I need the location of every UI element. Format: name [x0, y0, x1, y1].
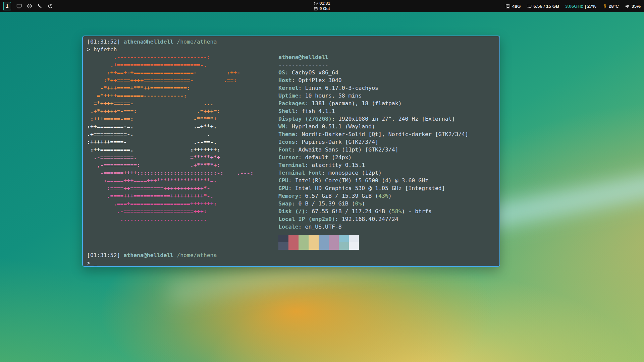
info-line: Local IP (enp2s0): 192.168.40.247/24 — [278, 215, 495, 223]
ascii-line: :++========-=. .=+**+. — [87, 123, 278, 130]
ascii-line: -*+++====+***++===========: — [87, 84, 278, 92]
prompt-line-1: [01:31:52] athena@helldell /home/athena — [87, 38, 495, 46]
ascii-line: .====+++===========++++++++++*-. — [87, 192, 278, 200]
command-text: hyfetch — [90, 46, 117, 53]
ascii-line: .+*+++++=-===: .=+++=: — [87, 107, 278, 115]
memory-module[interactable]: 6.56 / 15 GB — [527, 4, 559, 9]
bar-clock-module[interactable]: 01:31 9 Oct — [314, 0, 330, 12]
ascii-line: =*++++========------------: — [87, 92, 278, 100]
ascii-line: .---------------------------: — [87, 53, 278, 61]
memory-usage: 6.56 / 15 GB — [533, 4, 559, 9]
input-line[interactable]: > _ — [87, 259, 495, 267]
palette-swatch — [299, 242, 309, 250]
monitor-icon[interactable] — [16, 3, 22, 9]
info-line: Packages: 1381 (pacman), 18 (flatpak) — [278, 100, 495, 107]
ascii-line: .-==========. =*****+*+ — [87, 154, 278, 161]
disk-icon — [505, 4, 511, 9]
info-line: Uptime: 10 hours, 58 mins — [278, 92, 495, 100]
ascii-line: .+==========-. . — [87, 130, 278, 138]
cpu-load: | 27% — [585, 4, 596, 9]
palette-swatch — [339, 242, 349, 250]
temperature-value: 28°C — [609, 4, 619, 9]
info-line: Terminal: alacritty 0.15.1 — [278, 161, 495, 169]
power-icon[interactable] — [48, 3, 53, 9]
clock-time: 01:31 — [320, 1, 330, 6]
cpu-frequency: 3.06GHz — [565, 4, 583, 9]
prompt-char: > — [87, 46, 90, 53]
info-line: athena@helldell — [278, 53, 495, 61]
memory-icon — [527, 4, 532, 9]
info-line: Icons: Papirus-Dark [GTK2/3/4] — [278, 138, 495, 146]
ascii-line: :====++==========++++++++++++*- — [87, 184, 278, 192]
ascii-line: .......................... — [87, 215, 278, 223]
prompt-char-2: > — [87, 260, 90, 266]
info-line: WM: Hyprland 0.51.1 (Wayland) — [278, 123, 495, 130]
ascii-line: ,-==========: .+*****+: — [87, 161, 278, 169]
ascii-line: :=====+++====+++****************=. — [87, 177, 278, 184]
clock-icon — [314, 1, 318, 5]
disk-usage: 48G — [512, 4, 521, 9]
fetch-info: athena@helldell---------------OS: CachyO… — [278, 53, 495, 250]
workspace-button[interactable]: 1 — [3, 2, 11, 10]
palette-swatch — [309, 242, 319, 250]
info-line: Display (27G2G8): 644x362 in 27", 240 … — [278, 115, 495, 123]
status-bar: 1 01:31 9 Oct — [0, 0, 644, 12]
speaker-icon — [625, 4, 630, 9]
terminal-cursor: _ — [94, 260, 97, 266]
palette-swatch — [309, 235, 319, 242]
palette-row-1 — [278, 235, 495, 242]
info-line: --------------- — [278, 61, 495, 69]
command-line: > hyfetch — [87, 46, 495, 53]
disk-module[interactable]: 48G — [505, 4, 521, 9]
ascii-line: :+++=====-==: -*****+ — [87, 115, 278, 123]
ascii-line: :++++++====- .--==-. — [87, 138, 278, 146]
palette-swatch — [288, 235, 299, 242]
terminal-window[interactable]: [01:31:52] athena@helldell /home/athena … — [82, 36, 500, 267]
volume-module[interactable]: 35% — [625, 4, 641, 9]
palette-swatch — [329, 235, 339, 242]
info-line: Locale: en_US.UTF-8 — [278, 223, 495, 231]
palette-row-2 — [278, 242, 495, 250]
palette-swatch — [349, 242, 359, 250]
palette-swatch — [299, 235, 309, 242]
ascii-art: .---------------------------: .+========… — [87, 53, 278, 223]
phone-icon[interactable] — [37, 3, 43, 9]
thermometer-icon — [602, 4, 607, 8]
palette-swatch — [339, 235, 349, 242]
palette-swatch — [349, 235, 359, 242]
info-line: Cursor: default (24px) — [278, 154, 495, 161]
palette-swatch — [329, 242, 339, 250]
info-line: Terminal Font: monospace (12pt) — [278, 169, 495, 177]
ascii-line: :++=========. :+++++++: — [87, 146, 278, 154]
ascii-line: .+=========================-. — [87, 61, 278, 69]
info-line: GPU: Intel HD Graphics 530 @ 1.05 GHz [I… — [278, 184, 495, 192]
bar-right-modules: 48G 6.56 / 15 GB 3.06GHz | 27% 28°C 35% — [505, 4, 644, 9]
palette-swatch — [278, 235, 288, 242]
volume-value: 35% — [632, 4, 641, 9]
info-line: Host: OptiPlex 3040 — [278, 76, 495, 84]
circle-close-icon[interactable] — [27, 3, 32, 9]
bar-left-icons — [16, 3, 53, 9]
info-line: CPU: Intel(R) Core(TM) i5-6500 (4) @ 3.6… — [278, 177, 495, 184]
palette-swatch — [319, 235, 329, 242]
ascii-line: .-=====================+++: — [87, 207, 278, 215]
ascii-line: =*++++=====- ... — [87, 100, 278, 107]
calendar-icon — [314, 7, 318, 11]
info-line: Font: Adwaita Sans (11pt) [GTK2/3/4] — [278, 146, 495, 154]
ascii-line: .===+==================+++++++: — [87, 200, 278, 207]
workspace-label: 1 — [6, 3, 9, 9]
cpu-module[interactable]: 3.06GHz | 27% — [565, 4, 596, 9]
temperature-module[interactable]: 28°C — [602, 4, 619, 9]
terminal-bottom: [01:31:52] athena@helldell /home/athena … — [87, 251, 495, 267]
info-line: Disk (/): 67.55 GiB / 117.24 GiB (58%) -… — [278, 207, 495, 215]
palette-swatch — [278, 242, 288, 250]
palette-swatch — [288, 242, 299, 250]
info-line: Theme: Nordic-Darker-Solid [Qt], Nordic-… — [278, 130, 495, 138]
ascii-line: :++==+-+==================- :++- — [87, 69, 278, 76]
clock-date: 9 Oct — [320, 6, 330, 11]
info-line: Kernel: Linux 6.17.0-3-cachyos — [278, 84, 495, 92]
hyfetch-output: .---------------------------: .+========… — [87, 53, 495, 250]
ascii-line: -======++++::::::::::::::::::::::::-: .-… — [87, 169, 278, 177]
palette-swatch — [319, 242, 329, 250]
info-line: OS: CachyOS x86_64 — [278, 69, 495, 76]
